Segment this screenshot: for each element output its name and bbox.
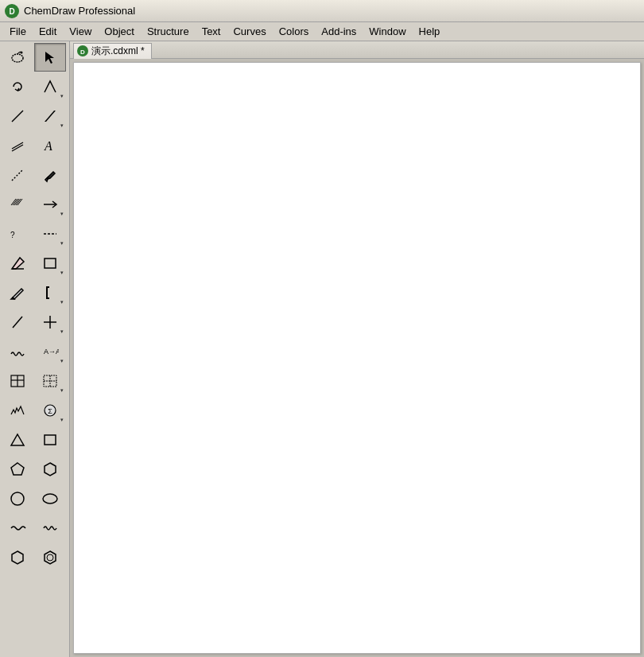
- bond-single[interactable]: [2, 102, 33, 130]
- sub-arrow-icon: ▾: [60, 240, 64, 246]
- crosshair-tool[interactable]: ▾: [34, 308, 66, 336]
- doc-canvas[interactable]: [73, 62, 641, 654]
- atom-map[interactable]: A→A▾: [34, 337, 66, 366]
- toolbar-row-2: ▾: [2, 102, 68, 130]
- bond-tool2[interactable]: [2, 308, 33, 336]
- toolbar-row-14: [2, 455, 68, 484]
- toolbar-row-17: [2, 543, 68, 572]
- stoichiometry[interactable]: Σ▾: [34, 396, 66, 425]
- svg-marker-34: [11, 463, 24, 475]
- toolbar-row-9: ▾: [2, 308, 68, 336]
- menu-item-help[interactable]: Help: [413, 24, 447, 39]
- bond-bold[interactable]: ▾: [34, 102, 66, 130]
- menu-item-structure[interactable]: Structure: [141, 24, 196, 39]
- pencil-tool[interactable]: [2, 278, 33, 307]
- hexagon[interactable]: [34, 455, 66, 484]
- menu-item-view[interactable]: View: [63, 24, 98, 39]
- pen-tool[interactable]: [34, 161, 66, 189]
- app-logo: D: [5, 4, 19, 18]
- sub-arrow-icon: ▾: [60, 358, 64, 363]
- svg-marker-39: [45, 551, 56, 564]
- menu-item-file[interactable]: File: [3, 24, 33, 39]
- toolbar-row-1: ▾: [2, 72, 68, 101]
- benzene[interactable]: [34, 543, 66, 572]
- toolbar-row-7: ▾: [2, 249, 68, 278]
- doc-tab-label: 演示.cdxml *: [91, 45, 145, 58]
- menu-item-object[interactable]: Object: [98, 24, 141, 39]
- table-tool[interactable]: [2, 367, 33, 395]
- main-area: ▾▾A▾?▾▾▾▾A→A▾▾Σ▾ D 演示.cdxml *: [0, 41, 644, 657]
- svg-point-37: [43, 494, 57, 503]
- svg-text:Σ: Σ: [48, 407, 52, 415]
- bond-lines[interactable]: [2, 190, 33, 219]
- toolbar-row-11: ▾: [2, 367, 68, 395]
- svg-rect-33: [45, 435, 56, 445]
- select-tool[interactable]: [34, 43, 66, 72]
- menu-bar: FileEditViewObjectStructureTextCurvesCol…: [0, 22, 644, 41]
- circle[interactable]: [2, 484, 33, 513]
- pentagon[interactable]: [2, 455, 33, 484]
- toolbar-row-12: Σ▾: [2, 396, 68, 425]
- toolbar-row-6: ?▾: [2, 220, 68, 248]
- toolbar-row-16: [2, 514, 68, 542]
- doc-tab-bar: D 演示.cdxml *: [70, 41, 644, 59]
- triangle[interactable]: [2, 426, 33, 454]
- sub-arrow-icon: ▾: [60, 93, 64, 99]
- svg-rect-19: [45, 259, 56, 268]
- lasso-tool[interactable]: [2, 43, 33, 72]
- unknown1[interactable]: ▾: [34, 220, 66, 248]
- toolbar-row-8: ▾: [2, 278, 68, 307]
- bond-tool[interactable]: ▾: [34, 72, 66, 101]
- menu-item-add-ins[interactable]: Add-ins: [315, 24, 363, 39]
- sub-arrow-icon: ▾: [60, 122, 64, 128]
- sub-arrow-icon: ▾: [60, 328, 64, 334]
- shape-rect[interactable]: [34, 426, 66, 454]
- menu-item-edit[interactable]: Edit: [33, 24, 63, 39]
- doc-tab[interactable]: D 演示.cdxml *: [73, 43, 152, 59]
- text-tool[interactable]: A: [34, 131, 66, 160]
- spectroscopy[interactable]: [2, 396, 33, 425]
- rotate-tool[interactable]: [2, 72, 33, 101]
- svg-marker-32: [11, 434, 24, 445]
- wavy-bond[interactable]: [2, 337, 33, 366]
- bond-wedge[interactable]: ?: [2, 220, 33, 248]
- menu-item-window[interactable]: Window: [363, 24, 412, 39]
- wave-line[interactable]: [2, 514, 33, 542]
- doc-area: D 演示.cdxml *: [70, 41, 644, 657]
- squiggle[interactable]: [34, 514, 66, 542]
- svg-text:D: D: [9, 7, 14, 16]
- toolbar-row-3: A: [2, 131, 68, 160]
- menu-item-colors[interactable]: Colors: [273, 24, 316, 39]
- bond-multi[interactable]: [2, 131, 33, 160]
- doc-tab-icon: D: [77, 45, 88, 56]
- menu-item-curves[interactable]: Curves: [227, 24, 272, 39]
- bracket-tool[interactable]: ▾: [34, 278, 66, 307]
- svg-line-20: [13, 317, 22, 328]
- rectangle-tool[interactable]: ▾: [34, 249, 66, 278]
- svg-marker-5: [45, 111, 56, 122]
- menu-item-text[interactable]: Text: [196, 24, 227, 39]
- ellipse[interactable]: [34, 484, 66, 513]
- svg-line-9: [12, 169, 23, 181]
- svg-text:D: D: [80, 49, 85, 56]
- svg-point-2: [12, 54, 23, 62]
- svg-point-40: [47, 554, 53, 561]
- dotted-table[interactable]: ▾: [34, 367, 66, 395]
- toolbar-row-5: ▾: [2, 190, 68, 219]
- toolbar-row-0: [2, 43, 68, 72]
- app-title: ChemDraw Professional: [24, 5, 135, 17]
- svg-line-4: [12, 111, 23, 122]
- title-bar: D ChemDraw Professional: [0, 0, 644, 22]
- toolbar-row-10: A→A▾: [2, 337, 68, 366]
- hex-ring[interactable]: [2, 543, 33, 572]
- arrow-tool[interactable]: ▾: [34, 190, 66, 219]
- toolbar: ▾▾A▾?▾▾▾▾A→A▾▾Σ▾: [0, 41, 70, 657]
- bond-dash[interactable]: [2, 161, 33, 189]
- sub-arrow-icon: ▾: [60, 417, 64, 422]
- svg-text:A→A: A→A: [44, 348, 59, 356]
- sub-arrow-icon: ▾: [60, 299, 64, 305]
- toolbar-row-13: [2, 426, 68, 454]
- eraser-tool[interactable]: [2, 249, 33, 278]
- svg-marker-38: [12, 551, 23, 564]
- toolbar-row-4: [2, 161, 68, 189]
